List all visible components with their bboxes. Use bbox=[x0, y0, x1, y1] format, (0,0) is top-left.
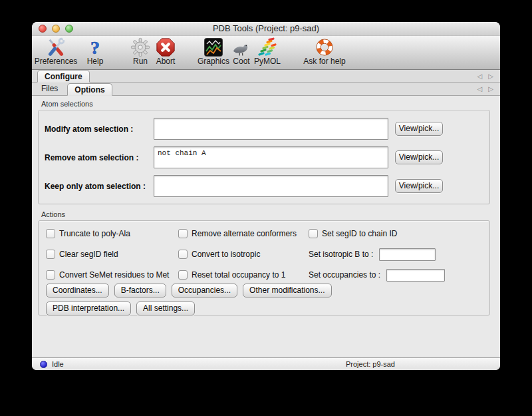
coot-bird-icon bbox=[230, 37, 253, 57]
tab-scroll-arrows: ◁ ▷ bbox=[477, 70, 493, 82]
toolbar-label: Coot bbox=[233, 57, 249, 66]
checkbox-label: Set segID to chain ID bbox=[322, 229, 397, 238]
pdb-tools-window: PDB Tools (Project: p9-sad) Preferences … bbox=[32, 22, 500, 370]
tab-options[interactable]: Options bbox=[67, 83, 112, 96]
close-button[interactable] bbox=[39, 25, 47, 33]
modify-selection-label: Modify atom selection : bbox=[45, 124, 154, 134]
scroll-left-icon[interactable]: ◁ bbox=[477, 73, 483, 80]
checkbox-convert-semet-residues-to-met[interactable]: Convert SeMet residues to Met bbox=[46, 269, 178, 281]
toolbar-label: PyMOL bbox=[254, 57, 281, 66]
b-factors-button[interactable]: B-factors... bbox=[114, 284, 166, 298]
remove-selection-label: Remove atom selection : bbox=[45, 153, 154, 162]
pymol-ribbon-icon bbox=[257, 37, 277, 57]
abort-x-icon bbox=[156, 37, 176, 57]
set-isotropic-b-label: Set isotropic B to : bbox=[309, 250, 373, 259]
checkbox-box-icon[interactable] bbox=[46, 270, 55, 280]
status-text: Idle bbox=[52, 360, 64, 368]
checkbox-label: Convert to isotropic bbox=[192, 250, 260, 259]
checkbox-box-icon[interactable] bbox=[178, 270, 188, 280]
status-bar: Idle Project: p9-sad bbox=[32, 357, 500, 370]
set-isotropic-b-input[interactable] bbox=[379, 248, 436, 261]
svg-text:?: ? bbox=[90, 37, 100, 57]
view-pick-button-modify[interactable]: View/pick... bbox=[395, 122, 443, 136]
options-panel: Atom selections Modify atom selection : … bbox=[32, 96, 500, 357]
actions-button-row-1: Coordinates... B-factors... Occupancies.… bbox=[46, 284, 489, 298]
atom-selections-group-label: Atom selections bbox=[41, 100, 500, 108]
occupancies-button[interactable]: Occupancies... bbox=[172, 284, 237, 298]
checkbox-set-segid-to-chain-id[interactable]: Set segID to chain ID bbox=[309, 228, 489, 240]
remove-selection-row: Remove atom selection : not chain A View… bbox=[45, 146, 489, 168]
pymol-button[interactable]: PyMOL bbox=[253, 37, 282, 66]
tab-files[interactable]: Files bbox=[37, 83, 62, 95]
all-settings-button[interactable]: All settings... bbox=[136, 302, 195, 315]
set-occupancies-label: Set occupancies to : bbox=[309, 270, 380, 280]
set-occupancies-row: Set occupancies to : bbox=[309, 269, 489, 281]
title-bar: PDB Tools (Project: p9-sad) bbox=[32, 22, 500, 36]
checkbox-box-icon[interactable] bbox=[46, 250, 55, 259]
checkbox-convert-to-isotropic[interactable]: Convert to isotropic bbox=[178, 248, 309, 260]
tools-icon bbox=[46, 37, 66, 57]
toolbar-label: Run bbox=[133, 57, 148, 66]
checkbox-label: Reset total occupancy to 1 bbox=[192, 270, 285, 280]
toolbar-label: Graphics bbox=[198, 57, 229, 66]
toolbar-label: Preferences bbox=[35, 57, 78, 66]
gear-icon bbox=[130, 37, 150, 57]
checkbox-box-icon[interactable] bbox=[178, 250, 188, 259]
checkbox-clear-segid-field[interactable]: Clear segID field bbox=[46, 248, 178, 260]
toolbar-label: Abort bbox=[156, 57, 176, 66]
actions-group: Truncate to poly-Ala Remove alternate co… bbox=[38, 220, 490, 315]
status-indicator-icon bbox=[40, 361, 47, 368]
checkbox-box-icon[interactable] bbox=[309, 229, 318, 238]
checkbox-label: Clear segID field bbox=[59, 250, 118, 259]
traffic-lights bbox=[39, 25, 73, 33]
remove-selection-input[interactable]: not chain A bbox=[154, 146, 388, 168]
minimize-button[interactable] bbox=[52, 25, 60, 33]
checkbox-reset-total-occupancy[interactable]: Reset total occupancy to 1 bbox=[178, 269, 309, 281]
atom-selections-group: Modify atom selection : View/pick... Rem… bbox=[38, 110, 490, 204]
other-modifications-button[interactable]: Other modifications... bbox=[243, 284, 331, 298]
modify-selection-input[interactable] bbox=[154, 118, 388, 140]
checkbox-label: Remove alternate conformers bbox=[192, 229, 297, 238]
set-occupancies-input[interactable] bbox=[386, 269, 445, 282]
keep-only-selection-row: Keep only atom selection : View/pick... bbox=[45, 175, 489, 197]
toolbar: Preferences ? Help bbox=[32, 36, 500, 70]
checkbox-box-icon[interactable] bbox=[46, 229, 55, 238]
question-mark-icon: ? bbox=[87, 37, 103, 57]
pdb-interpretation-button[interactable]: PDB interpretation... bbox=[46, 302, 131, 315]
keep-only-selection-label: Keep only atom selection : bbox=[45, 182, 154, 191]
scroll-left-icon[interactable]: ◁ bbox=[477, 85, 483, 93]
view-pick-button-remove[interactable]: View/pick... bbox=[395, 150, 443, 164]
toolbar-label: Help bbox=[87, 57, 104, 66]
set-isotropic-b-row: Set isotropic B to : bbox=[309, 248, 489, 260]
run-button[interactable]: Run bbox=[128, 37, 153, 66]
tab-strip-configure: Configure ◁ ▷ bbox=[32, 70, 500, 83]
keep-only-selection-input[interactable] bbox=[154, 175, 388, 197]
checkbox-label: Convert SeMet residues to Met bbox=[59, 270, 169, 280]
coot-button[interactable]: Coot bbox=[230, 37, 253, 66]
checkbox-truncate-to-poly-ala[interactable]: Truncate to poly-Ala bbox=[46, 228, 178, 240]
window-title: PDB Tools (Project: p9-sad) bbox=[32, 22, 500, 35]
actions-group-label: Actions bbox=[41, 210, 500, 218]
graphics-button[interactable]: Graphics bbox=[197, 37, 230, 66]
tab-scroll-arrows: ◁ ▷ bbox=[477, 83, 493, 95]
help-button[interactable]: ? Help bbox=[82, 37, 108, 66]
toolbar-label: Ask for help bbox=[303, 57, 345, 66]
scroll-right-icon[interactable]: ▷ bbox=[488, 85, 493, 93]
desktop: { "window": { "title": "PDB Tools (Proje… bbox=[0, 0, 532, 416]
checkbox-box-icon[interactable] bbox=[178, 229, 188, 238]
molecule-graphics-icon bbox=[204, 37, 223, 57]
checkbox-remove-alternate-conformers[interactable]: Remove alternate conformers bbox=[178, 228, 309, 240]
checkbox-label: Truncate to poly-Ala bbox=[59, 229, 130, 238]
abort-button[interactable]: Abort bbox=[154, 37, 178, 66]
tab-configure[interactable]: Configure bbox=[37, 70, 90, 83]
actions-button-row-2: PDB interpretation... All settings... bbox=[46, 302, 489, 315]
modify-selection-row: Modify atom selection : View/pick... bbox=[45, 118, 489, 140]
project-label: Project: p9-sad bbox=[346, 360, 395, 368]
ask-for-help-button[interactable]: Ask for help bbox=[303, 37, 346, 66]
coordinates-button[interactable]: Coordinates... bbox=[46, 284, 109, 298]
zoom-button[interactable] bbox=[65, 25, 73, 33]
view-pick-button-keep-only[interactable]: View/pick... bbox=[395, 179, 443, 193]
lifebuoy-icon bbox=[315, 37, 334, 57]
scroll-right-icon[interactable]: ▷ bbox=[488, 73, 493, 80]
preferences-button[interactable]: Preferences bbox=[35, 37, 77, 66]
